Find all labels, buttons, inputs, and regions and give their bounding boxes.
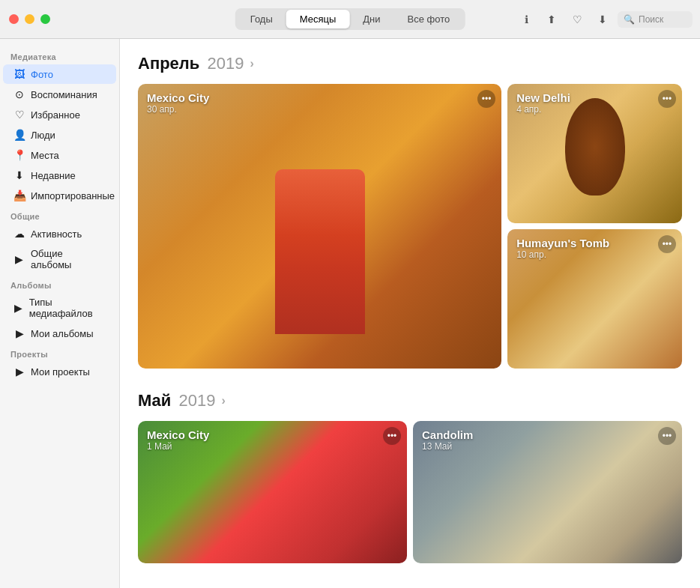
sidebar-favorites-label: Избранное (31, 109, 80, 121)
humayun-date: 10 апр. (516, 249, 673, 260)
new-delhi-info: New Delhi 4 апр. (507, 84, 682, 122)
minimize-button[interactable] (25, 14, 34, 24)
mexico-may-title: Mexico City (147, 428, 398, 441)
may-year-label: 2019 (174, 391, 215, 410)
mexico-may-info: Mexico City 1 Май (138, 421, 407, 459)
places-icon: 📍 (13, 149, 25, 161)
candolim-card[interactable]: ••• Candolim 13 Май (413, 421, 682, 563)
new-delhi-date: 4 апр. (516, 104, 673, 115)
sidebar-item-favorites[interactable]: ♡ Избранное (3, 105, 116, 124)
recent-icon: ⬇ (13, 169, 25, 181)
search-placeholder: Поиск (639, 14, 663, 25)
sidebar-item-my-albums[interactable]: ▶ Мои альбомы (3, 324, 116, 343)
imported-icon: 📥 (13, 190, 25, 201)
search-icon: 🔍 (624, 14, 635, 25)
content-area: Апрель 2019 › ••• Mexico City 30 апр. (120, 39, 700, 588)
memories-icon: ⊙ (13, 88, 25, 100)
shared-albums-icon: ▶ (13, 253, 25, 265)
sidebar-people-label: Люди (31, 130, 55, 141)
sidebar-shared-albums-label: Общие альбомы (31, 248, 106, 270)
april-header[interactable]: Апрель 2019 › (138, 54, 682, 73)
mexico-city-large-title: Mexico City (147, 91, 492, 104)
my-albums-icon: ▶ (13, 327, 25, 339)
sidebar-imported-label: Импортированные (31, 190, 115, 201)
projects-section-label: Проекты (0, 344, 119, 361)
candolim-date: 13 Май (422, 441, 673, 452)
sidebar-item-photos[interactable]: 🖼 Фото (3, 64, 116, 84)
may-header[interactable]: Май 2019 › (138, 391, 682, 410)
may-chevron-icon: › (221, 394, 225, 407)
sidebar-item-memories[interactable]: ⊙ Воспоминания (3, 85, 116, 104)
main-layout: Медиатека 🖼 Фото ⊙ Воспоминания ♡ Избран… (0, 39, 700, 588)
sidebar-media-types-label: Типы медиафайлов (29, 297, 106, 319)
shared-section-label: Общие (0, 206, 119, 223)
new-delhi-title: New Delhi (516, 91, 673, 104)
albums-section-label: Альбомы (0, 275, 119, 292)
sidebar-my-projects-label: Мои проекты (31, 366, 90, 378)
tab-all-photos[interactable]: Все фото (394, 10, 464, 28)
people-icon: 👤 (13, 129, 25, 141)
april-year-label: 2019 (202, 54, 244, 73)
close-button[interactable] (9, 14, 19, 24)
tab-months[interactable]: Месяцы (286, 10, 350, 28)
export-icon[interactable]: ⬇ (592, 9, 613, 30)
sidebar-item-places[interactable]: 📍 Места (3, 145, 116, 165)
humayun-tomb-card[interactable]: ••• Humayun's Tomb 10 апр. (507, 229, 682, 369)
mexico-city-large-date: 30 апр. (147, 104, 492, 115)
photos-icon: 🖼 (13, 68, 25, 80)
mexico-city-large-card[interactable]: ••• Mexico City 30 апр. (138, 84, 501, 369)
heart-icon[interactable]: ♡ (567, 9, 588, 30)
sidebar-places-label: Места (31, 150, 59, 161)
share-icon[interactable]: ⬆ (541, 9, 562, 30)
new-delhi-card[interactable]: ••• New Delhi 4 апр. (507, 84, 682, 223)
sidebar-item-imported[interactable]: 📥 Импортированные (3, 186, 116, 205)
search-bar[interactable]: 🔍 Поиск (618, 11, 693, 28)
may-month-label: Май (138, 391, 171, 410)
sidebar-my-albums-label: Мои альбомы (31, 328, 94, 339)
sidebar-activity-label: Активность (31, 228, 82, 240)
sidebar-recent-label: Недавние (31, 170, 76, 181)
sidebar: Медиатека 🖼 Фото ⊙ Воспоминания ♡ Избран… (0, 39, 120, 588)
my-projects-icon: ▶ (13, 366, 25, 378)
window-controls (0, 14, 50, 24)
sidebar-photos-label: Фото (31, 69, 53, 80)
mexico-city-large-info: Mexico City 30 апр. (138, 84, 501, 122)
candolim-info: Candolim 13 Май (413, 421, 682, 459)
sidebar-item-activity[interactable]: ☁ Активность (3, 224, 116, 243)
toolbar-right: ℹ ⬆ ♡ ⬇ 🔍 Поиск (516, 9, 693, 30)
library-section-label: Медиатека (0, 46, 119, 64)
tab-years[interactable]: Годы (237, 10, 286, 28)
maximize-button[interactable] (40, 14, 50, 24)
may-grid: ••• Mexico City 1 Май ••• Candolim 13 Ма… (138, 421, 682, 563)
sidebar-item-shared-albums[interactable]: ▶ Общие альбомы (3, 244, 116, 274)
may-section: Май 2019 › ••• Mexico City 1 Май • (138, 391, 682, 563)
april-chevron-icon: › (250, 57, 253, 70)
humayun-title: Humayun's Tomb (516, 237, 673, 249)
sidebar-item-my-projects[interactable]: ▶ Мои проекты (3, 362, 116, 381)
humayun-info: Humayun's Tomb 10 апр. (507, 229, 682, 267)
sidebar-item-people[interactable]: 👤 Люди (3, 125, 116, 145)
favorites-icon: ♡ (13, 109, 25, 121)
activity-icon: ☁ (13, 228, 25, 240)
sidebar-memories-label: Воспоминания (31, 89, 97, 100)
april-grid: ••• Mexico City 30 апр. ••• New Delhi 4 … (138, 84, 682, 369)
info-icon[interactable]: ℹ (516, 9, 537, 30)
media-types-icon: ▶ (13, 302, 24, 314)
april-section: Апрель 2019 › ••• Mexico City 30 апр. (138, 54, 682, 369)
april-month-label: Апрель (138, 54, 199, 73)
mexico-city-may-card[interactable]: ••• Mexico City 1 Май (138, 421, 407, 563)
title-bar: Годы Месяцы Дни Все фото ℹ ⬆ ♡ ⬇ 🔍 Поиск (0, 0, 700, 39)
tab-bar: Годы Месяцы Дни Все фото (235, 8, 465, 30)
mexico-may-date: 1 Май (147, 441, 398, 452)
candolim-title: Candolim (422, 428, 673, 441)
sidebar-item-recent[interactable]: ⬇ Недавние (3, 166, 116, 185)
tab-days[interactable]: Дни (349, 10, 393, 28)
sidebar-item-media-types[interactable]: ▶ Типы медиафайлов (3, 293, 116, 323)
